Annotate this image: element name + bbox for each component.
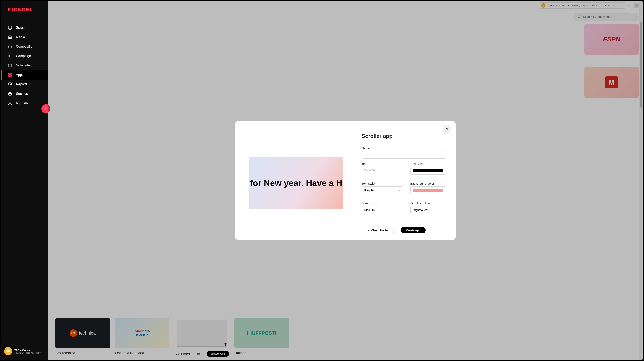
gear-icon — [8, 92, 12, 96]
preview-frame: sed for New year. Have a Ha — [249, 157, 343, 209]
nav-label: Media — [16, 35, 25, 39]
svg-rect-7 — [10, 75, 12, 76]
nav-schedule[interactable]: Schedule — [1, 61, 48, 70]
nav-screen[interactable]: Screen — [1, 23, 48, 32]
modal-close-button[interactable] — [443, 125, 451, 133]
field-direction: Scroll direction Right to left — [410, 202, 446, 214]
svg-point-9 — [9, 102, 11, 103]
preview-btn-label: Check Preview — [372, 229, 389, 232]
svg-rect-6 — [8, 75, 10, 76]
svg-rect-5 — [10, 74, 12, 75]
nav: Screen Media Composition Campaign Schedu… — [1, 19, 48, 108]
field-textstyle: Text Style Regular — [362, 182, 403, 194]
preview-text: sed for New year. Have a Ha — [249, 178, 343, 188]
chevron-down-icon — [398, 189, 400, 192]
campaign-icon — [8, 54, 12, 58]
nav-campaign[interactable]: Campaign — [1, 51, 48, 61]
sidebar: PICKCEL Screen Media Composition Campaig… — [1, 1, 48, 360]
textcolor-swatch — [413, 170, 444, 172]
svg-rect-0 — [8, 26, 12, 29]
svg-rect-3 — [8, 64, 12, 67]
nav-composition[interactable]: Composition — [1, 42, 48, 51]
nav-label: Schedule — [16, 64, 30, 67]
field-text: Text — [362, 162, 403, 174]
field-name: Name — [362, 147, 446, 158]
main: Your trial period has expired, upgrade n… — [48, 1, 643, 360]
close-icon — [445, 127, 448, 130]
name-input[interactable] — [362, 151, 446, 158]
modal-actions: Check Preview Create App — [362, 227, 446, 234]
text-input[interactable] — [362, 167, 403, 174]
bgcolor-swatch — [413, 189, 444, 192]
apps-icon — [8, 72, 12, 77]
arrow-left-icon — [367, 229, 370, 231]
preview-pane: sed for New year. Have a Ha — [249, 133, 343, 234]
nav-label: Composition — [16, 45, 34, 48]
nav-apps[interactable]: Apps — [1, 70, 48, 80]
textcolor-label: Text Color — [410, 162, 446, 166]
chat-widget[interactable]: We're Online! How may I help you today? — [4, 347, 42, 355]
form-pane: Scroller app Name Text Text Color — [343, 133, 446, 234]
bgcolor-label: Background Color — [410, 182, 446, 185]
textcolor-input[interactable] — [410, 167, 446, 174]
composition-icon — [8, 44, 12, 49]
modal-title: Scroller app — [362, 133, 446, 139]
chat-text: We're Online! How may I help you today? — [14, 348, 42, 354]
svg-rect-4 — [8, 74, 10, 75]
name-label: Name — [362, 147, 446, 150]
bgcolor-input[interactable] — [410, 186, 446, 194]
nav-settings[interactable]: Settings — [1, 89, 48, 98]
chat-icon — [4, 347, 12, 355]
textstyle-select[interactable]: Regular — [362, 186, 403, 194]
nav-label: Campaign — [16, 54, 31, 58]
direction-select[interactable]: Right to left — [410, 206, 446, 214]
calendar-icon — [8, 63, 12, 68]
nav-reports[interactable]: Reports — [1, 80, 48, 89]
nav-label: My Plan — [16, 101, 28, 105]
nav-label: Reports — [16, 82, 28, 86]
field-bgcolor: Background Color — [410, 182, 446, 194]
screen-icon — [8, 26, 12, 30]
modal-overlay: sed for New year. Have a Ha Scroller app… — [48, 1, 643, 360]
speed-select[interactable]: Medium — [362, 206, 403, 214]
chat-sub: How may I help you today? — [14, 352, 42, 354]
reports-icon — [8, 82, 12, 86]
create-app-button[interactable]: Create App — [401, 227, 426, 234]
svg-point-8 — [10, 93, 11, 94]
direction-label: Scroll direction — [410, 202, 446, 205]
plan-icon — [8, 101, 12, 106]
chevron-down-icon — [441, 209, 444, 211]
svg-rect-1 — [8, 36, 12, 38]
chevron-down-icon — [398, 209, 400, 211]
chat-title: We're Online! — [14, 348, 42, 352]
speed-label: Scroll speed — [362, 202, 403, 205]
brand-logo: PICKCEL — [1, 1, 48, 19]
direction-value: Right to left — [413, 208, 428, 212]
media-icon — [8, 35, 12, 40]
nav-myplan[interactable]: My Plan — [1, 98, 48, 108]
arrow-left-icon — [44, 107, 48, 111]
textstyle-label: Text Style — [362, 182, 403, 185]
nav-label: Apps — [16, 73, 24, 77]
speed-value: Medium — [364, 208, 375, 212]
field-speed: Scroll speed Medium — [362, 202, 403, 214]
nav-label: Settings — [16, 92, 28, 96]
field-textcolor: Text Color — [410, 162, 446, 174]
scroller-modal: sed for New year. Have a Ha Scroller app… — [235, 121, 456, 240]
textstyle-value: Regular — [364, 189, 374, 192]
nav-media[interactable]: Media — [1, 32, 48, 42]
text-label: Text — [362, 162, 403, 166]
check-preview-button[interactable]: Check Preview — [362, 227, 395, 234]
nav-label: Screen — [16, 26, 26, 30]
